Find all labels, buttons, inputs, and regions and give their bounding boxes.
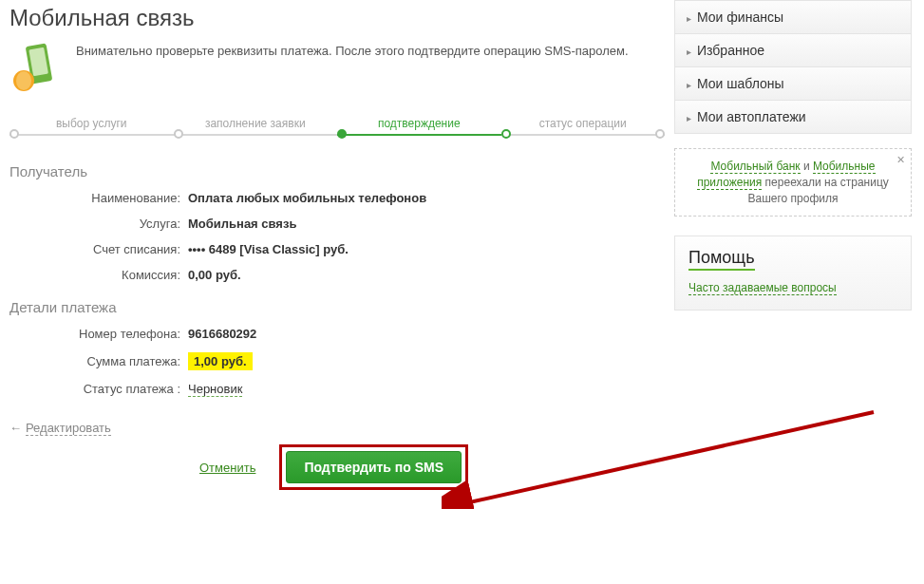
sidebar-item-finance[interactable]: Мои финансы xyxy=(675,0,911,33)
faq-link[interactable]: Часто задаваемые вопросы xyxy=(688,281,837,295)
progress-step-2: заполнение заявки xyxy=(174,117,338,130)
svg-point-3 xyxy=(16,71,31,90)
name-label: Наименование: xyxy=(9,191,188,205)
service-label: Услуга: xyxy=(9,217,188,231)
amount-label: Сумма платежа: xyxy=(9,354,188,368)
progress-step-3: подтверждение xyxy=(337,117,501,130)
progress-step-1: выбор услуги xyxy=(9,117,174,130)
arrow-left-icon: ← xyxy=(9,421,22,435)
sidebar-item-favorites[interactable]: Избранное xyxy=(675,33,911,66)
status-value: Черновик xyxy=(188,382,242,397)
sidebar-item-autopay[interactable]: Мои автоплатежи xyxy=(675,100,911,133)
intro-text: Внимательно проверьте реквизиты платежа.… xyxy=(76,43,629,60)
confirm-highlight-box: Подтвердить по SMS xyxy=(279,444,468,490)
phone-value: 9616680292 xyxy=(188,327,256,341)
details-section-title: Детали платежа xyxy=(9,299,665,315)
edit-link[interactable]: ←Редактировать xyxy=(9,421,665,435)
page-title: Мобильная связь xyxy=(9,5,665,31)
status-label: Статус платежа : xyxy=(9,382,188,396)
service-value: Мобильная связь xyxy=(188,217,296,231)
cancel-link[interactable]: Отменить xyxy=(199,461,255,475)
mobile-bank-link[interactable]: Мобильный банк xyxy=(710,160,800,174)
confirm-sms-button[interactable]: Подтвердить по SMS xyxy=(286,451,462,483)
close-icon[interactable]: ✕ xyxy=(896,153,905,167)
progress-step-4: статус операции xyxy=(501,117,666,130)
sidebar-item-templates[interactable]: Мои шаблоны xyxy=(675,66,911,100)
mobile-payment-icon xyxy=(9,41,62,93)
account-label: Счет списания: xyxy=(9,242,188,256)
amount-value: 1,00 руб. xyxy=(188,352,253,370)
sidebar-hint: ✕ Мобильный банк и Мобильные приложения … xyxy=(674,148,912,217)
account-value: •••• 6489 [Visa Classic] руб. xyxy=(188,242,349,256)
progress-bar: выбор услуги заполнение заявки подтвержд… xyxy=(9,117,665,140)
help-title: Помощь xyxy=(688,248,755,271)
recipient-section-title: Получатель xyxy=(9,163,665,179)
fee-value: 0,00 руб. xyxy=(188,268,241,282)
help-box: Помощь Часто задаваемые вопросы xyxy=(674,235,912,311)
name-value: Оплата любых мобильных телефонов xyxy=(188,191,426,205)
fee-label: Комиссия: xyxy=(9,268,188,282)
phone-label: Номер телефона: xyxy=(9,327,188,341)
